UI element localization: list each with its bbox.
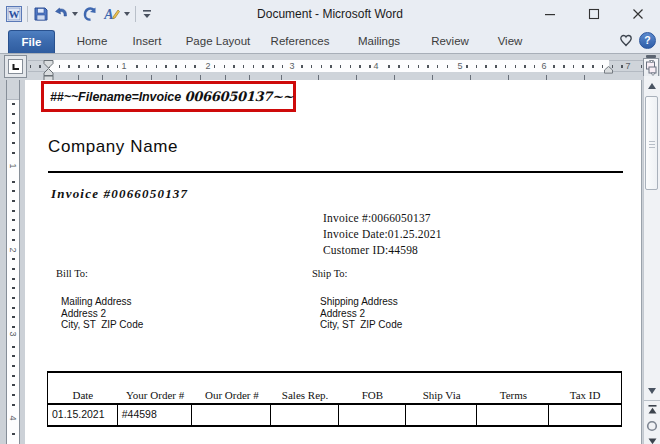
ruler-tick [398, 65, 400, 68]
previous-page-button[interactable] [644, 403, 660, 416]
table-cell[interactable] [477, 405, 549, 425]
table-cell[interactable]: #44598 [118, 405, 193, 425]
document-page[interactable]: ##~~Filename=Invoice 0066050137~~ Compan… [25, 80, 642, 444]
maximize-button[interactable] [572, 0, 616, 28]
tab-page-layout[interactable]: Page Layout [184, 30, 252, 53]
ruler-number: 3 [287, 59, 297, 73]
right-indent-marker[interactable] [603, 66, 614, 74]
ruler-tick [447, 65, 449, 68]
ruler-tick [12, 316, 15, 318]
filename-tag-text: ##~~Filename=Invoice 0066050137~~ [50, 84, 293, 109]
ruler-tick [224, 65, 226, 68]
ruler-tick [12, 355, 15, 357]
vertical-ruler[interactable]: 1234 [6, 80, 20, 444]
next-page-button[interactable] [644, 437, 660, 444]
indent-markers[interactable] [43, 57, 54, 81]
ruler-tick [185, 65, 187, 68]
invoice-info-line: Customer ID:44598 [323, 242, 442, 258]
ruler-tick [573, 65, 575, 68]
title-bar: W [0, 0, 660, 28]
ruler-tick [485, 65, 487, 68]
table-cell[interactable] [192, 405, 271, 425]
table-cell[interactable] [406, 405, 478, 425]
ruler-tick [592, 65, 594, 68]
ruler-tick [146, 65, 148, 68]
ruler-tick [12, 384, 15, 386]
ruler-number: 7 [623, 59, 633, 73]
ruler-tick [12, 307, 15, 309]
table-cell[interactable] [339, 405, 406, 425]
table-header-cell: Terms [477, 373, 549, 403]
tab-home[interactable]: Home [75, 30, 109, 53]
table-cell[interactable]: 01.15.2021 [48, 405, 118, 425]
scrollbar-thumb[interactable] [645, 96, 658, 190]
tab-view[interactable]: View [496, 30, 524, 53]
ruler-tick [12, 346, 15, 348]
invoice-table: DateYour Order #Our Order #Sales Rep.FOB… [47, 371, 622, 427]
ruler-number: 3 [8, 328, 18, 340]
ruler-tick [534, 65, 536, 68]
ruler-tick [553, 65, 555, 68]
ruler-tick [165, 65, 167, 68]
shipping-address-line: Address 2 [320, 308, 402, 320]
ruler-tick [350, 65, 352, 68]
table-cell[interactable] [271, 405, 339, 425]
billing-address-line: City, ST ZIP Code [61, 319, 143, 331]
ruler-tick [12, 190, 15, 192]
ruler-tick [12, 181, 15, 183]
table-header-cell: Our Order # [192, 373, 271, 403]
close-button[interactable] [616, 0, 660, 28]
tab-stop-selector[interactable] [4, 55, 27, 78]
shipping-address-line: Shipping Address [320, 296, 402, 308]
help-icon[interactable]: ? [639, 32, 656, 49]
table-header-cell: Your Order # [118, 373, 193, 403]
tab-insert[interactable]: Insert [130, 30, 164, 53]
table-header-cell: Date [48, 373, 118, 403]
ruler-number: 4 [8, 412, 18, 424]
ruler-tick [466, 65, 468, 68]
minimize-ribbon-icon[interactable] [619, 34, 633, 47]
ribbon-tab-row: File HomeInsertPage LayoutReferencesMail… [0, 28, 660, 53]
scrollbar-grip [649, 141, 655, 142]
billing-address-line: Address 2 [61, 308, 143, 320]
ruler-tick [12, 365, 15, 367]
ruler-tick [282, 65, 284, 68]
shipping-address: Shipping AddressAddress 2City, ST ZIP Co… [320, 296, 402, 331]
table-header-cell: Ship Via [406, 373, 478, 403]
ruler-number: 1 [8, 160, 18, 172]
tab-file[interactable]: File [8, 30, 55, 54]
ruler-tick [107, 65, 109, 68]
ruler-number: 6 [539, 59, 549, 73]
table-cell[interactable] [549, 405, 621, 425]
select-browse-object-button[interactable] [644, 419, 660, 432]
ruler-number: 4 [371, 59, 381, 73]
ruler-tick [30, 65, 32, 68]
ruler-tick [340, 65, 342, 68]
tab-mailings[interactable]: Mailings [354, 30, 404, 53]
invoice-table-row: 01.15.2021#44598 [47, 405, 622, 427]
ruler-tick [12, 278, 15, 280]
ruler-tick [311, 65, 313, 68]
ruler-tick [476, 65, 478, 68]
ruler-tick [272, 65, 274, 68]
window-controls [528, 0, 660, 28]
ruler-tick [262, 65, 264, 68]
minimize-button[interactable] [528, 0, 572, 28]
ruler-tick [39, 65, 41, 68]
bill-to-label: Bill To: [56, 268, 88, 279]
ruler-tick [12, 394, 15, 396]
vertical-scrollbar[interactable] [643, 76, 660, 444]
ruler-tick [427, 65, 429, 68]
scroll-up-button[interactable] [644, 79, 660, 93]
scroll-down-button[interactable] [644, 384, 660, 398]
invoice-info-line: Invoice Date:01.25.2021 [323, 226, 442, 242]
ruler-tick [12, 142, 15, 144]
tab-review[interactable]: Review [429, 30, 471, 53]
ruler-tick [88, 65, 90, 68]
ruler-tick [505, 65, 507, 68]
ruler-tick [12, 258, 15, 260]
vertical-ruler-margin [7, 80, 19, 100]
tab-references[interactable]: References [269, 30, 331, 53]
ruler-number: 5 [455, 59, 465, 73]
ruler-tick [359, 65, 361, 68]
